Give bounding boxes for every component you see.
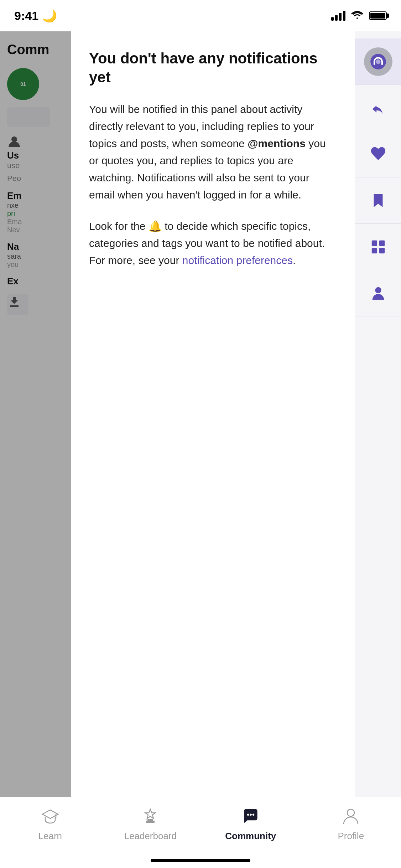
tab-bar: Learn Leaderboard Community [0,797,401,868]
moon-icon: 🌙 [42,9,57,23]
community-tab-icon [240,806,261,827]
notification-body-1: You will be notified in this panel about… [89,101,337,203]
tab-learn[interactable]: Learn [0,806,100,842]
mention-text: @mentions [248,138,306,149]
signal-icon [331,11,345,21]
battery-icon [369,11,387,20]
svg-rect-9 [147,819,153,821]
home-indicator [151,859,250,862]
right-sidebar [355,31,401,868]
period-text: . [293,254,296,266]
svg-point-14 [347,809,354,816]
svg-point-2 [376,59,380,64]
status-time: 9:41 🌙 [14,9,57,23]
svg-rect-5 [371,248,377,253]
notification-overlay: You don't have any notifications yet You… [71,31,401,868]
notification-title: You don't have any notifications yet [89,49,337,87]
svg-point-7 [375,287,381,293]
notification-preferences-link[interactable]: notification preferences [182,254,293,266]
bell-inline-icon: 🔔 [149,218,162,235]
sidebar-heart-icon[interactable] [355,131,401,177]
background-dim [0,31,71,811]
notification-panel: You don't have any notifications yet You… [71,31,355,868]
svg-rect-6 [379,248,384,253]
sidebar-notifications-icon[interactable] [355,38,401,85]
leaderboard-tab-icon [140,806,161,827]
sidebar-person-icon[interactable] [355,270,401,316]
svg-point-12 [250,814,252,816]
sidebar-bookmark-icon[interactable] [355,177,401,224]
svg-point-11 [247,814,249,816]
community-tab-label: Community [225,831,276,842]
notification-avatar [364,47,392,76]
svg-point-13 [252,814,254,816]
learn-tab-icon [40,806,61,827]
status-icons [331,10,387,22]
body2prefix-text: Look for the [89,220,145,232]
wifi-icon [351,10,363,22]
profile-tab-icon [340,806,361,827]
svg-rect-4 [379,240,384,246]
leaderboard-tab-label: Leaderboard [124,831,177,842]
time-display: 9:41 [14,9,38,23]
tab-leaderboard[interactable]: Leaderboard [100,806,201,842]
learn-tab-label: Learn [38,831,62,842]
sidebar-grid-icon[interactable] [355,224,401,270]
notification-body-2: Look for the 🔔 to decide which specific … [89,218,337,269]
tab-profile[interactable]: Profile [301,806,401,842]
svg-rect-10 [146,821,155,823]
status-bar: 9:41 🌙 [0,0,401,31]
tab-community[interactable]: Community [200,806,301,842]
profile-tab-label: Profile [338,831,364,842]
sidebar-reply-icon[interactable] [355,85,401,131]
svg-rect-3 [371,240,377,246]
